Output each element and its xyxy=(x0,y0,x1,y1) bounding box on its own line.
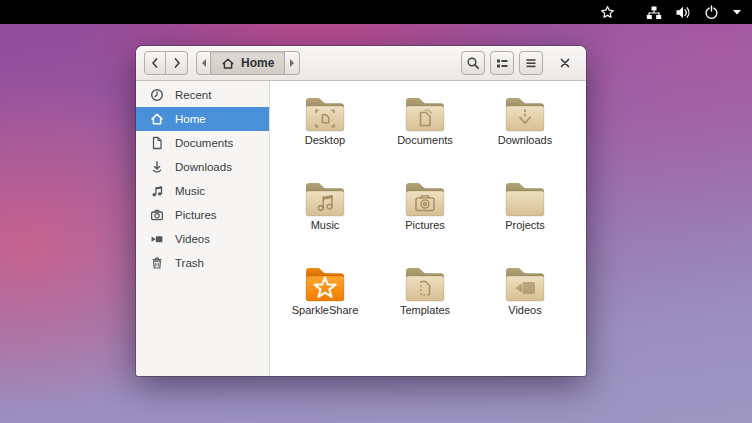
home-icon xyxy=(149,111,165,127)
home-icon xyxy=(221,57,235,70)
sidebar-item-home[interactable]: Home xyxy=(136,107,269,131)
favorites-star-icon[interactable] xyxy=(600,0,615,24)
folder-icon xyxy=(501,93,549,133)
folder-icon xyxy=(301,178,349,218)
sidebar-item-label: Music xyxy=(175,185,205,197)
folder-icon xyxy=(301,93,349,133)
window-headerbar[interactable]: Home xyxy=(136,46,586,81)
folder-icon xyxy=(501,178,549,218)
list-view-button[interactable] xyxy=(490,51,514,75)
sidebar-item-downloads[interactable]: Downloads xyxy=(136,155,269,179)
sidebar-item-music[interactable]: Music xyxy=(136,179,269,203)
file-label: Music xyxy=(311,219,340,231)
file-label: Downloads xyxy=(498,134,552,146)
power-icon[interactable] xyxy=(704,0,719,24)
file-item-projects[interactable]: Projects xyxy=(475,178,575,263)
path-bar: Home xyxy=(196,51,300,75)
file-label: Desktop xyxy=(305,134,345,146)
sidebar-item-trash[interactable]: Trash xyxy=(136,251,269,275)
file-label: Documents xyxy=(397,134,453,146)
video-camera-icon xyxy=(149,231,165,247)
folder-icon xyxy=(401,178,449,218)
download-arrow-icon xyxy=(149,159,165,175)
desktop: { "topbar": { "icons": ["favorites-star"… xyxy=(0,0,752,423)
folder-icon xyxy=(401,93,449,133)
file-item-pictures[interactable]: Pictures xyxy=(375,178,475,263)
sidebar-item-label: Videos xyxy=(175,233,210,245)
sidebar-item-recent[interactable]: Recent xyxy=(136,83,269,107)
file-item-documents[interactable]: Documents xyxy=(375,93,475,178)
file-item-videos[interactable]: Videos xyxy=(475,263,575,348)
trash-can-icon xyxy=(149,255,165,271)
menu-button[interactable] xyxy=(519,51,543,75)
headerbar-actions xyxy=(461,51,543,75)
back-button[interactable] xyxy=(144,51,166,75)
sidebar-item-label: Downloads xyxy=(175,161,232,173)
path-scroll-left-button[interactable] xyxy=(196,51,211,75)
sidebar-item-pictures[interactable]: Pictures xyxy=(136,203,269,227)
camera-icon xyxy=(149,207,165,223)
file-label: SparkleShare xyxy=(292,304,359,316)
file-item-music[interactable]: Music xyxy=(275,178,375,263)
file-item-sparkleshare[interactable]: SparkleShare xyxy=(275,263,375,348)
path-home-label: Home xyxy=(241,56,274,70)
volume-icon[interactable] xyxy=(675,0,691,24)
system-top-bar xyxy=(0,0,752,24)
file-item-desktop[interactable]: Desktop xyxy=(275,93,375,178)
path-scroll-right-button[interactable] xyxy=(285,51,300,75)
file-label: Videos xyxy=(508,304,541,316)
forward-button[interactable] xyxy=(166,51,188,75)
sidebar-item-documents[interactable]: Documents xyxy=(136,131,269,155)
folder-icon xyxy=(301,263,349,303)
folder-icon xyxy=(501,263,549,303)
sidebar-item-label: Pictures xyxy=(175,209,217,221)
path-home-button[interactable]: Home xyxy=(211,51,285,75)
network-icon[interactable] xyxy=(646,0,662,24)
recent-clock-icon xyxy=(149,87,165,103)
file-label: Pictures xyxy=(405,219,445,231)
sidebar-item-label: Trash xyxy=(175,257,204,269)
music-notes-icon xyxy=(149,183,165,199)
file-label: Projects xyxy=(505,219,545,231)
document-icon xyxy=(149,135,165,151)
file-label: Templates xyxy=(400,304,450,316)
sidebar-item-label: Recent xyxy=(175,89,211,101)
file-grid: Desktop Documents xyxy=(270,81,586,376)
sidebar-item-label: Documents xyxy=(175,137,233,149)
files-window: Home Recent xyxy=(136,46,586,376)
folder-icon xyxy=(401,263,449,303)
sidebar-item-label: Home xyxy=(175,113,206,125)
window-body: Recent Home Documents Downloads Music Pi xyxy=(136,81,586,376)
file-item-templates[interactable]: Templates xyxy=(375,263,475,348)
search-button[interactable] xyxy=(461,51,485,75)
chevron-down-icon[interactable] xyxy=(732,0,742,24)
close-button[interactable] xyxy=(552,50,578,76)
places-sidebar: Recent Home Documents Downloads Music Pi xyxy=(136,81,270,376)
sidebar-item-videos[interactable]: Videos xyxy=(136,227,269,251)
file-item-downloads[interactable]: Downloads xyxy=(475,93,575,178)
history-nav xyxy=(144,51,188,75)
